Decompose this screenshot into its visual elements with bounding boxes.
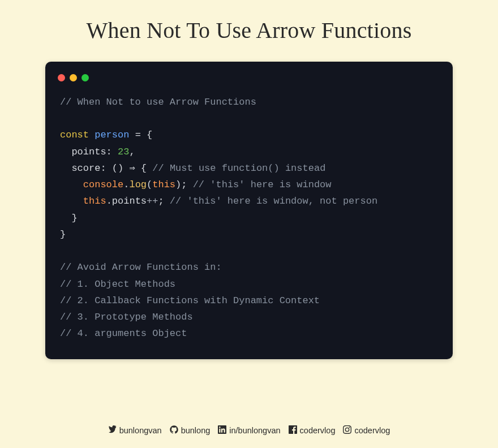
code-punc: . xyxy=(123,179,129,190)
github-handle: bunlong xyxy=(181,426,211,435)
code-comment: // 'this' here is window xyxy=(187,179,331,190)
code-punc: { xyxy=(135,163,153,174)
code-comment: // 3. Prototype Methods xyxy=(60,312,193,322)
code-this: this xyxy=(152,179,175,190)
code-punc: ; xyxy=(158,196,164,206)
close-icon xyxy=(58,74,65,81)
code-call: console xyxy=(83,179,123,190)
code-prop: score: () xyxy=(60,163,129,174)
code-punc: , xyxy=(129,147,135,157)
social-links: bunlongvan bunlong in/bunlongvan codervl… xyxy=(0,425,498,436)
window-controls xyxy=(58,74,438,81)
facebook-handle: codervlog xyxy=(300,426,336,435)
code-comment: // When Not to use Arrow Functions xyxy=(60,97,256,107)
code-indent xyxy=(60,196,83,206)
code-comment: // 'this' here is window, not person xyxy=(164,196,377,206)
arrow-icon: ⇒ xyxy=(129,163,135,174)
github-link[interactable]: bunlong xyxy=(170,425,211,436)
twitter-handle: bunlongvan xyxy=(119,426,162,435)
code-editor: // When Not to use Arrow Functions const… xyxy=(45,62,453,359)
linkedin-handle: in/bunlongvan xyxy=(229,426,280,435)
code-punc: ); xyxy=(175,179,187,190)
code-comment: // Avoid Arrow Functions in: xyxy=(60,262,222,273)
code-comment: // 1. Object Methods xyxy=(60,279,175,290)
code-indent xyxy=(60,179,83,190)
code-keyword: const xyxy=(60,130,89,140)
instagram-icon xyxy=(343,425,351,436)
facebook-link[interactable]: codervlog xyxy=(289,425,336,436)
code-method: log xyxy=(129,179,147,190)
instagram-handle: codervlog xyxy=(354,426,390,435)
code-punc: ( xyxy=(147,179,152,190)
code-block: // When Not to use Arrow Functions const… xyxy=(60,94,438,342)
facebook-icon xyxy=(289,425,297,436)
instagram-link[interactable]: codervlog xyxy=(343,425,390,436)
code-punc: .points xyxy=(106,196,147,206)
twitter-link[interactable]: bunlongvan xyxy=(108,425,162,436)
code-op: ++ xyxy=(147,196,158,206)
code-punc: } xyxy=(60,213,78,223)
code-comment: // 2. Callback Functions with Dynamic Co… xyxy=(60,295,320,306)
code-comment: // 4. arguments Object xyxy=(60,328,187,339)
minimize-icon xyxy=(70,74,77,81)
github-icon xyxy=(170,425,178,436)
twitter-icon xyxy=(108,425,117,436)
linkedin-link[interactable]: in/bunlongvan xyxy=(218,425,280,436)
zoom-icon xyxy=(81,74,89,81)
linkedin-icon xyxy=(218,425,226,436)
code-punc: = { xyxy=(129,130,152,140)
page-title: When Not To Use Arrow Functions xyxy=(0,0,498,44)
code-comment: // Must use function() instead xyxy=(152,163,325,174)
code-identifier: person xyxy=(95,130,129,140)
code-punc: } xyxy=(60,229,66,240)
code-prop: points: xyxy=(60,147,112,157)
code-number: 23 xyxy=(118,147,129,157)
code-this: this xyxy=(83,196,106,206)
